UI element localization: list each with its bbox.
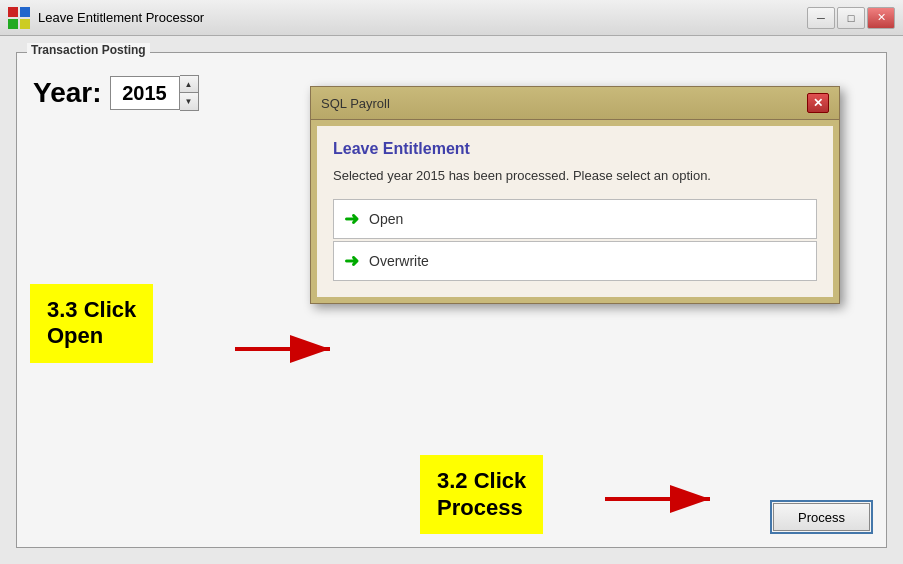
overwrite-arrow-icon: ➜: [344, 250, 359, 272]
dialog-close-button[interactable]: ✕: [807, 93, 829, 113]
dialog-message: Selected year 2015 has been processed. P…: [333, 168, 817, 183]
year-input[interactable]: [110, 76, 180, 110]
svg-rect-3: [20, 19, 30, 29]
spin-down-button[interactable]: ▼: [180, 93, 198, 110]
option-open[interactable]: ➜ Open: [333, 199, 817, 239]
arrow-open-indicator: [230, 334, 340, 364]
minimize-button[interactable]: ─: [807, 7, 835, 29]
bottom-area: Process: [773, 503, 870, 531]
title-bar: Leave Entitlement Processor ─ □ ✕: [0, 0, 903, 36]
spinner-buttons: ▲ ▼: [180, 75, 199, 111]
svg-rect-0: [8, 7, 18, 17]
dialog-title-bar: SQL Payroll ✕: [311, 87, 839, 120]
callout-process: 3.2 ClickProcess: [420, 455, 543, 534]
open-arrow-icon: ➜: [344, 208, 359, 230]
sql-payroll-dialog: SQL Payroll ✕ Leave Entitlement Selected…: [310, 86, 840, 304]
dialog-body: Leave Entitlement Selected year 2015 has…: [317, 126, 833, 297]
option-overwrite-label: Overwrite: [369, 253, 429, 269]
group-label: Transaction Posting: [27, 43, 150, 57]
option-open-label: Open: [369, 211, 403, 227]
close-button[interactable]: ✕: [867, 7, 895, 29]
svg-rect-1: [20, 7, 30, 17]
spin-up-button[interactable]: ▲: [180, 76, 198, 93]
maximize-button[interactable]: □: [837, 7, 865, 29]
option-overwrite[interactable]: ➜ Overwrite: [333, 241, 817, 281]
arrow-process-indicator: [600, 484, 720, 514]
title-bar-controls: ─ □ ✕: [807, 7, 895, 29]
app-icon: [8, 7, 30, 29]
window-title: Leave Entitlement Processor: [38, 10, 204, 25]
svg-rect-2: [8, 19, 18, 29]
year-spinner: ▲ ▼: [110, 75, 199, 111]
callout-open: 3.3 ClickOpen: [30, 284, 153, 363]
main-content: Transaction Posting Year: ▲ ▼ Process SQ…: [0, 36, 903, 564]
dialog-title: SQL Payroll: [321, 96, 390, 111]
dialog-heading: Leave Entitlement: [333, 140, 817, 158]
process-button[interactable]: Process: [773, 503, 870, 531]
year-label: Year:: [33, 77, 102, 109]
title-bar-left: Leave Entitlement Processor: [8, 7, 204, 29]
